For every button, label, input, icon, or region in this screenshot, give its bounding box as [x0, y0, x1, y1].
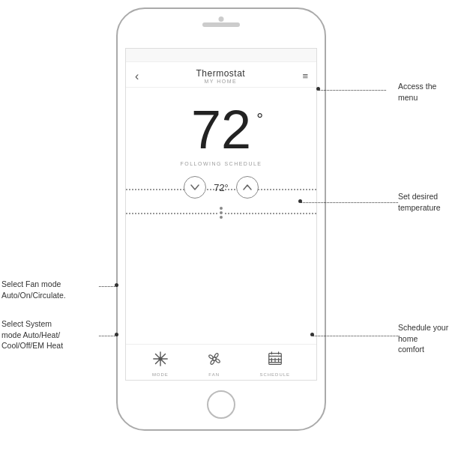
fan-icon — [206, 351, 223, 371]
nav-schedule[interactable]: SCHEDULE — [259, 351, 290, 377]
annotation-line-menu — [318, 90, 386, 91]
temp-down-button[interactable] — [184, 176, 206, 199]
page-wrapper: ‹ Thermostat MY HOME ≡ 72° FOLLOWING SCH… — [0, 0, 476, 457]
annotation-system: Select System mode Auto/Heat/ Cool/Off/E… — [1, 318, 99, 351]
degree-symbol: ° — [256, 112, 263, 128]
annotation-temp: Set desired temperature — [398, 191, 466, 213]
schedule-label-nav: SCHEDULE — [259, 372, 290, 377]
schedule-label: FOLLOWING SCHEDULE — [180, 161, 262, 166]
annotation-dot-temp — [298, 199, 302, 203]
phone-speaker — [202, 22, 240, 27]
annotation-dot-menu — [316, 87, 320, 91]
app-content: 72° FOLLOWING SCHEDULE 72° — [126, 88, 316, 223]
annotation-dot-fan — [115, 283, 118, 287]
annotation-dot-schedule — [310, 333, 314, 336]
menu-icon[interactable]: ≡ — [302, 70, 307, 82]
temp-controls: 72° — [184, 176, 259, 199]
schedule-icon — [267, 351, 283, 371]
chevron-up-icon — [243, 184, 252, 190]
annotation-dot-system — [115, 333, 118, 336]
app-subtitle: MY HOME — [196, 79, 246, 84]
annotation-fan: Select Fan mode Auto/On/Circulate. — [1, 279, 99, 300]
header-title-block: Thermostat MY HOME — [196, 68, 246, 84]
set-temperature-value: 72° — [212, 182, 230, 193]
back-button[interactable]: ‹ — [135, 70, 139, 83]
nav-mode[interactable]: MODE — [152, 351, 169, 377]
app-header: ‹ Thermostat MY HOME ≡ — [126, 62, 316, 88]
status-bar — [126, 49, 316, 62]
current-temperature: 72° — [191, 103, 251, 157]
phone-screen: ‹ Thermostat MY HOME ≡ 72° FOLLOWING SCH… — [125, 48, 317, 381]
mode-label: MODE — [152, 372, 169, 377]
app-title: Thermostat — [196, 68, 246, 79]
fan-indicator-dots — [218, 207, 224, 219]
nav-fan[interactable]: FAN — [206, 351, 223, 377]
fan-dots-row — [126, 205, 316, 220]
chevron-down-icon — [190, 184, 199, 190]
fan-label: FAN — [208, 372, 220, 377]
annotation-schedule: Schedule your home comfort — [398, 322, 466, 355]
mode-icon — [152, 351, 169, 371]
phone-camera — [219, 16, 224, 22]
annotation-line-schedule — [312, 336, 398, 336]
bottom-nav: MODE FAN — [126, 344, 316, 380]
temp-controls-row: 72° — [126, 175, 316, 202]
phone-shell: ‹ Thermostat MY HOME ≡ 72° FOLLOWING SCH… — [116, 7, 326, 431]
annotation-line-temp — [300, 202, 398, 203]
annotation-menu: Access the menu — [398, 81, 466, 103]
temp-up-button[interactable] — [236, 176, 259, 199]
home-button[interactable] — [207, 390, 235, 419]
